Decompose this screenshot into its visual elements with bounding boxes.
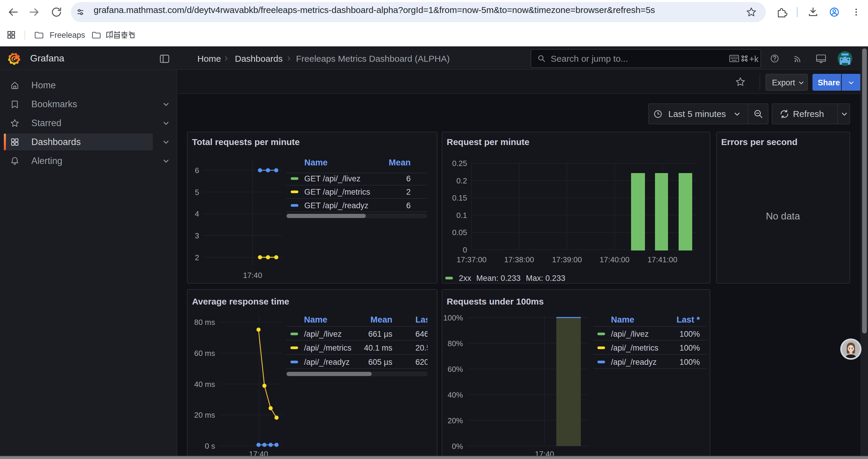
svg-text:0.1: 0.1 xyxy=(457,211,467,220)
svg-text:/api/_/metrics: /api/_/metrics xyxy=(611,343,658,352)
svg-text:646 µs: 646 µs xyxy=(415,330,437,338)
svg-text:100%: 100% xyxy=(443,314,463,322)
svg-text:GET /api/_/metrics: GET /api/_/metrics xyxy=(304,188,370,196)
svg-text:17:39:00: 17:39:00 xyxy=(552,255,582,264)
svg-text:Name: Name xyxy=(611,315,634,324)
svg-text:Total requests per minute: Total requests per minute xyxy=(192,137,300,147)
svg-text:60%: 60% xyxy=(447,365,463,374)
svg-text:/api/_/metrics: /api/_/metrics xyxy=(304,343,351,352)
svg-text:0%: 0% xyxy=(452,442,463,451)
svg-text:Errors per second: Errors per second xyxy=(721,137,797,147)
svg-text:40 ms: 40 ms xyxy=(194,380,215,389)
svg-text:Name: Name xyxy=(304,158,328,167)
svg-text:GET /api/_/livez: GET /api/_/livez xyxy=(304,174,361,183)
svg-text:2: 2 xyxy=(195,253,199,262)
svg-text:4: 4 xyxy=(195,209,199,218)
svg-text:/api/_/readyz: /api/_/readyz xyxy=(611,358,657,366)
svg-text:Max: 0.233: Max: 0.233 xyxy=(526,274,565,283)
svg-text:17:38:00: 17:38:00 xyxy=(504,255,534,264)
svg-text:20 ms: 20 ms xyxy=(194,411,215,419)
svg-text:3: 3 xyxy=(195,231,199,240)
svg-text:20%: 20% xyxy=(447,416,463,425)
svg-text:/api/_/readyz: /api/_/readyz xyxy=(304,358,350,366)
svg-text:60 ms: 60 ms xyxy=(194,349,215,358)
svg-text:6: 6 xyxy=(406,174,411,183)
svg-text:6: 6 xyxy=(195,166,199,175)
svg-text:100%: 100% xyxy=(680,330,700,338)
svg-text:/api/_/livez: /api/_/livez xyxy=(304,330,342,338)
svg-text:620 µs: 620 µs xyxy=(415,358,437,366)
svg-text:6: 6 xyxy=(406,201,411,210)
svg-text:40.1 ms: 40.1 ms xyxy=(364,343,392,352)
svg-text:17:40: 17:40 xyxy=(243,271,262,280)
svg-text:0.2: 0.2 xyxy=(457,176,467,185)
svg-text:0 s: 0 s xyxy=(205,441,215,451)
svg-text:Mean: 0.233: Mean: 0.233 xyxy=(476,274,521,283)
svg-text:GET /api/_/readyz: GET /api/_/readyz xyxy=(304,201,368,210)
svg-text:17:41:00: 17:41:00 xyxy=(647,255,677,264)
svg-text:20.5 ms: 20.5 ms xyxy=(415,343,437,352)
svg-text:Average response time: Average response time xyxy=(192,297,289,306)
svg-text:Last *: Last * xyxy=(677,315,700,324)
svg-text:Request per minute: Request per minute xyxy=(447,137,529,147)
svg-text:2xx: 2xx xyxy=(459,274,471,283)
svg-text:5: 5 xyxy=(195,188,199,197)
svg-text:80%: 80% xyxy=(447,339,463,348)
svg-text:2: 2 xyxy=(406,188,411,196)
svg-text:605 µs: 605 µs xyxy=(368,358,392,366)
svg-text:Last *: Last * xyxy=(415,315,437,324)
svg-text:0.05: 0.05 xyxy=(452,228,467,237)
svg-text:80 ms: 80 ms xyxy=(194,318,215,327)
svg-text:No data: No data xyxy=(766,210,800,222)
svg-text:17:40:00: 17:40:00 xyxy=(599,255,629,264)
svg-text:Mean: Mean xyxy=(389,158,411,167)
svg-text:100%: 100% xyxy=(680,358,700,366)
svg-text:Mean: Mean xyxy=(370,315,392,324)
svg-text:40%: 40% xyxy=(447,391,463,399)
svg-text:Name: Name xyxy=(304,315,327,324)
svg-text:100%: 100% xyxy=(680,343,700,352)
svg-text:0: 0 xyxy=(463,245,467,254)
svg-text:661 µs: 661 µs xyxy=(368,330,392,338)
svg-text:0.25: 0.25 xyxy=(452,159,467,168)
svg-text:Requests under 100ms: Requests under 100ms xyxy=(447,297,544,306)
svg-text:0.15: 0.15 xyxy=(452,193,467,202)
svg-text:17:37:00: 17:37:00 xyxy=(457,255,486,264)
svg-text:/api/_/livez: /api/_/livez xyxy=(611,330,649,338)
